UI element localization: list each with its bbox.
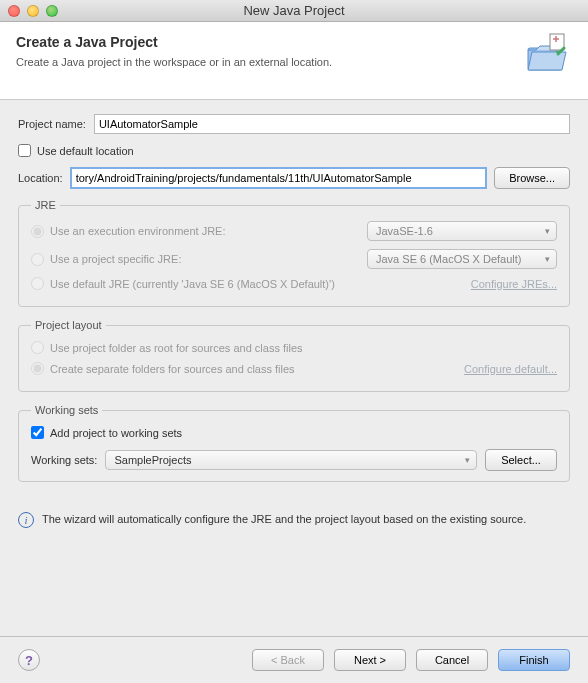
jre-env-value: JavaSE-1.6	[376, 225, 433, 237]
jre-specific-select: Java SE 6 (MacOS X Default) ▾	[367, 249, 557, 269]
layout-root-radio	[31, 341, 44, 354]
finish-button[interactable]: Finish	[498, 649, 570, 671]
svg-rect-1	[550, 34, 564, 50]
use-default-location-checkbox[interactable]	[18, 144, 31, 157]
working-sets-legend: Working sets	[31, 404, 102, 416]
jre-specific-value: Java SE 6 (MacOS X Default)	[376, 253, 522, 265]
jre-env-radio	[31, 225, 44, 238]
project-layout-group: Project layout Use project folder as roo…	[18, 319, 570, 392]
add-to-working-sets-label: Add project to working sets	[50, 427, 182, 439]
window-title: New Java Project	[0, 3, 588, 18]
cancel-button[interactable]: Cancel	[416, 649, 488, 671]
jre-specific-label: Use a project specific JRE:	[50, 253, 181, 265]
layout-separate-radio	[31, 362, 44, 375]
project-layout-legend: Project layout	[31, 319, 106, 331]
jre-env-label: Use an execution environment JRE:	[50, 225, 225, 237]
titlebar: New Java Project	[0, 0, 588, 22]
jre-env-select: JavaSE-1.6 ▾	[367, 221, 557, 241]
jre-legend: JRE	[31, 199, 60, 211]
header-subtitle: Create a Java project in the workspace o…	[16, 56, 572, 68]
jre-default-radio	[31, 277, 44, 290]
configure-default-link[interactable]: Configure default...	[464, 363, 557, 375]
working-sets-select[interactable]: SampleProjects ▾	[105, 450, 477, 470]
info-text: The wizard will automatically configure …	[42, 512, 526, 527]
folder-icon	[522, 30, 570, 80]
working-sets-label: Working sets:	[31, 454, 97, 466]
help-button[interactable]: ?	[18, 649, 40, 671]
use-default-location-label: Use default location	[37, 145, 134, 157]
info-icon: i	[18, 512, 34, 528]
chevron-updown-icon: ▾	[545, 227, 550, 236]
location-label: Location:	[18, 172, 63, 184]
dialog-header: Create a Java Project Create a Java proj…	[0, 22, 588, 100]
jre-default-label: Use default JRE (currently 'Java SE 6 (M…	[50, 278, 335, 290]
dialog-footer: ? < Back Next > Cancel Finish	[0, 636, 588, 683]
select-working-sets-button[interactable]: Select...	[485, 449, 557, 471]
project-name-input[interactable]	[94, 114, 570, 134]
add-to-working-sets-checkbox[interactable]	[31, 426, 44, 439]
info-row: i The wizard will automatically configur…	[0, 504, 588, 528]
chevron-updown-icon: ▾	[465, 456, 470, 465]
back-button: < Back	[252, 649, 324, 671]
layout-root-label: Use project folder as root for sources a…	[50, 342, 303, 354]
location-input[interactable]	[71, 168, 486, 188]
header-title: Create a Java Project	[16, 34, 572, 50]
jre-group: JRE Use an execution environment JRE: Ja…	[18, 199, 570, 307]
configure-jres-link[interactable]: Configure JREs...	[471, 278, 557, 290]
jre-specific-radio	[31, 253, 44, 266]
next-button[interactable]: Next >	[334, 649, 406, 671]
layout-separate-label: Create separate folders for sources and …	[50, 363, 295, 375]
chevron-updown-icon: ▾	[545, 255, 550, 264]
project-name-label: Project name:	[18, 118, 86, 130]
working-sets-value: SampleProjects	[114, 454, 191, 466]
browse-button[interactable]: Browse...	[494, 167, 570, 189]
dialog-content: Project name: Use default location Locat…	[0, 100, 588, 504]
working-sets-group: Working sets Add project to working sets…	[18, 404, 570, 482]
